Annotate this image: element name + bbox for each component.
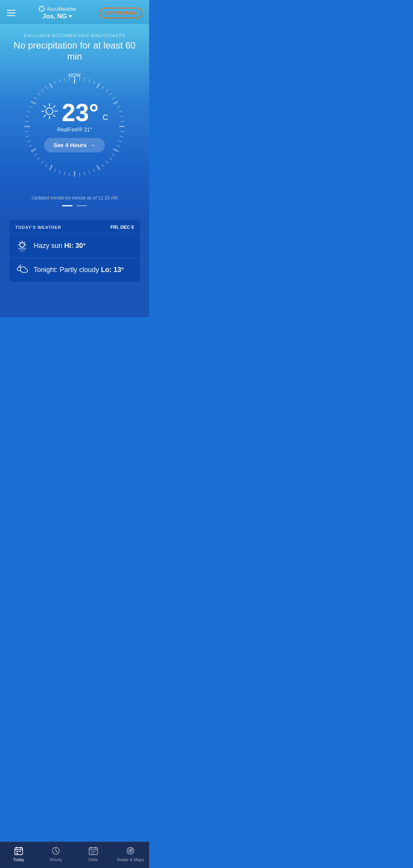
day-icon-cell <box>15 240 29 253</box>
now-label: NOW <box>68 72 81 78</box>
night-weather-row[interactable]: Tonight: Partly cloudy Lo: 13° <box>9 258 140 282</box>
svg-line-18 <box>112 97 115 99</box>
svg-line-27 <box>119 141 122 141</box>
svg-line-66 <box>59 79 60 82</box>
svg-line-47 <box>37 157 40 159</box>
svg-line-82 <box>20 242 20 243</box>
minutecast-gauge: // This will be replaced by JS-generated… <box>17 69 132 184</box>
night-icon-cell <box>15 264 29 277</box>
svg-line-50 <box>29 145 32 146</box>
svg-line-57 <box>27 111 30 112</box>
svg-line-48 <box>34 154 37 155</box>
todays-weather-header: TODAY'S WEATHER FRI, DEC 6 <box>9 220 140 234</box>
dot-inactive[interactable] <box>76 205 87 206</box>
svg-point-0 <box>39 6 44 11</box>
weather-sun-icon <box>41 103 58 120</box>
night-weather-text: Tonight: Partly cloudy Lo: 13° <box>34 266 124 274</box>
svg-line-41 <box>64 172 65 175</box>
page-indicators <box>8 205 141 206</box>
svg-point-69 <box>46 108 53 115</box>
accuweather-logo: AccuWeather <box>38 5 77 12</box>
svg-line-43 <box>54 169 55 172</box>
svg-line-77 <box>44 115 46 117</box>
svg-line-25 <box>121 131 124 131</box>
svg-line-13 <box>94 81 95 84</box>
svg-line-20 <box>117 106 120 107</box>
svg-line-21 <box>119 111 122 112</box>
svg-line-42 <box>59 171 60 174</box>
svg-line-35 <box>94 169 95 172</box>
svg-line-26 <box>120 136 123 137</box>
svg-line-74 <box>44 105 46 107</box>
logo-sun-icon <box>38 5 45 12</box>
header-center: AccuWeather Jos, NG <box>38 5 77 20</box>
svg-line-64 <box>50 83 52 87</box>
location-row[interactable]: Jos, NG <box>42 13 72 20</box>
hero-section: EXCLUSIVE ACCUWEATHER MINUTECAST® No pre… <box>0 24 149 220</box>
svg-line-49 <box>31 149 35 151</box>
svg-line-45 <box>46 164 47 166</box>
svg-line-76 <box>54 105 55 107</box>
day-weather-row[interactable]: Hazy sun Hi: 30° <box>9 234 140 258</box>
day-weather-text: Hazy sun Hi: 30° <box>34 242 86 250</box>
svg-line-16 <box>106 89 108 92</box>
svg-line-31 <box>109 157 112 159</box>
svg-line-29 <box>114 149 117 151</box>
svg-line-33 <box>102 164 104 166</box>
svg-line-32 <box>106 161 108 163</box>
premium-button[interactable]: GET PREMIUM+ <box>99 8 142 18</box>
temperature-unit: C <box>102 113 108 122</box>
svg-line-51 <box>27 141 30 141</box>
svg-line-28 <box>117 145 120 146</box>
gauge-center-content: 23° C RealFeel® 21° See 4 Hours → <box>41 100 108 152</box>
svg-line-46 <box>41 161 43 163</box>
svg-line-11 <box>84 78 85 81</box>
no-precip-text: No precipitation for at least 60 min <box>8 40 141 62</box>
content-area: TODAY'S WEATHER FRI, DEC 6 <box>0 220 149 317</box>
svg-line-67 <box>64 78 65 81</box>
svg-line-19 <box>114 102 117 104</box>
svg-line-60 <box>34 97 37 99</box>
todays-weather-title: TODAY'S WEATHER <box>15 225 61 230</box>
svg-line-22 <box>120 116 123 117</box>
realfeel-text: RealFeel® 21° <box>57 126 92 133</box>
now-tick <box>74 80 75 84</box>
svg-line-40 <box>69 173 70 176</box>
svg-line-23 <box>121 121 124 121</box>
svg-line-30 <box>112 154 115 155</box>
svg-line-58 <box>29 106 32 107</box>
svg-line-53 <box>25 131 28 131</box>
svg-line-36 <box>89 171 90 174</box>
temperature-value: 23° <box>62 100 99 125</box>
svg-line-65 <box>54 81 55 84</box>
see-hours-label: See 4 Hours <box>54 142 87 148</box>
svg-line-75 <box>54 115 55 117</box>
svg-line-59 <box>31 102 35 104</box>
svg-line-15 <box>102 86 104 88</box>
svg-line-56 <box>26 116 29 117</box>
svg-line-44 <box>50 165 52 169</box>
svg-line-5 <box>39 6 40 7</box>
svg-point-78 <box>20 243 24 247</box>
temperature-row: 23° C <box>41 100 108 125</box>
arrow-right-icon: → <box>89 142 96 149</box>
todays-weather-card: TODAY'S WEATHER FRI, DEC 6 <box>9 220 140 282</box>
menu-button[interactable] <box>7 10 15 16</box>
svg-line-62 <box>41 89 43 92</box>
svg-line-6 <box>43 11 44 11</box>
see-hours-button[interactable]: See 4 Hours → <box>44 138 105 152</box>
svg-line-8 <box>39 11 40 11</box>
logo-text: AccuWeather <box>47 6 77 12</box>
minutecast-label: EXCLUSIVE ACCUWEATHER MINUTECAST® <box>8 33 141 38</box>
app-header: AccuWeather Jos, NG GET PREMIUM+ <box>0 0 149 24</box>
svg-line-52 <box>26 136 29 137</box>
location-text: Jos, NG <box>42 13 67 20</box>
svg-line-83 <box>24 242 25 243</box>
svg-line-61 <box>37 93 40 95</box>
dot-active[interactable] <box>62 205 73 206</box>
svg-line-14 <box>97 83 99 87</box>
svg-line-38 <box>80 173 80 176</box>
svg-line-55 <box>25 121 28 121</box>
location-chevron-icon <box>68 15 72 18</box>
svg-line-17 <box>109 93 112 95</box>
